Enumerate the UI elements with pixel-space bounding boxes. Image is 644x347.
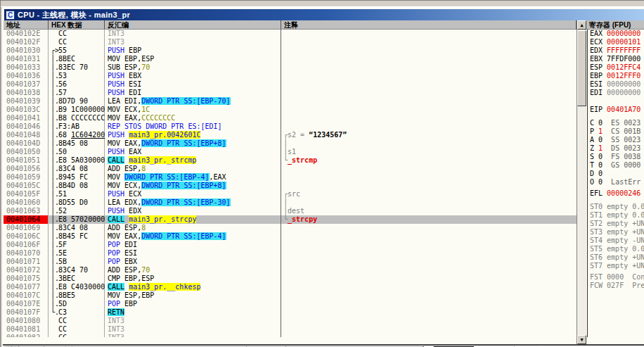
disasm-row[interactable]: 00401031│.8BECMOV EBP,ESP (4, 55, 577, 63)
register-row[interactable]: EDX FFFFFFFF (590, 46, 644, 55)
column-header-comment[interactable]: 注释 (281, 20, 577, 30)
registers-header[interactable]: 寄存器 (FPU) (586, 20, 644, 30)
disasm-row[interactable]: 00401063│.52PUSH EDX│dest (4, 207, 577, 215)
fpu-register-row[interactable]: ST6 empty +UNO (590, 253, 644, 262)
register-row[interactable]: EBP 0012FFF0 (590, 72, 644, 80)
scrollbar-thumb[interactable] (577, 30, 586, 106)
scroll-down-icon[interactable]: ▼ (577, 335, 586, 344)
flag-row[interactable]: A 0 SS 0023 3 (590, 136, 644, 144)
flag-row[interactable]: T 0 GS 0000 N (590, 161, 644, 170)
disassembly-cell: MOV EBP,ESP (105, 55, 281, 63)
fpu-register-row[interactable]: ST2 empty +UNO (590, 220, 644, 228)
flag-row[interactable]: S 0 FS 0038 3 (590, 153, 644, 161)
column-header-address[interactable]: 地址 (4, 20, 49, 30)
analysis-mark: ┌> (49, 46, 58, 55)
register-row[interactable]: EDI 00000000 (590, 89, 644, 97)
register-field: Z (590, 144, 598, 152)
disassembly-cell: PUSH EBP (105, 46, 281, 55)
fpu-register-row[interactable]: ST7 empty +UNO (590, 262, 644, 270)
register-row[interactable]: ECX 00000101 (590, 38, 644, 46)
comment-cell (281, 30, 577, 38)
disasm-row[interactable]: 0040106F│.5FPOP EDI (4, 241, 577, 249)
disasm-row[interactable]: 00401080CCINT3 (4, 317, 577, 325)
disasm-row[interactable]: 00401071│.5BPOP EBX (4, 258, 577, 266)
register-field: 7FFDF000 (607, 55, 640, 63)
disasm-row[interactable]: 00401046│.F3:ABREP STOS DWORD PTR ES:[ED… (4, 122, 577, 131)
flag-row[interactable]: Z 1 DS 0023 3 (590, 144, 644, 153)
fpu-register-row[interactable]: ST1 empty 0.0 (590, 211, 644, 220)
register-row[interactable]: ESI 00000000 (590, 80, 644, 89)
disasm-row[interactable]: 00401082CCINT3 (4, 334, 577, 337)
fpu-control-row[interactable]: FST 0000 Cond (590, 273, 644, 282)
disasm-row[interactable]: 00401059│.8945 FCMOV DWORD PTR SS:[EBP-4… (4, 173, 577, 182)
disasm-row[interactable]: 00401036│.53PUSH EBX (4, 72, 577, 80)
flag-row[interactable]: O 0 LastErr E (590, 178, 644, 187)
disasm-row[interactable]: 00401037│.56PUSH ESI (4, 80, 577, 89)
fpu-register-row[interactable]: ST4 empty -UNO (590, 236, 644, 245)
address-cell: 00401070 (4, 249, 49, 258)
disasm-row[interactable]: 0040107C│.8BE5MOV ESP,EBP (4, 291, 577, 300)
disasm-row[interactable]: 0040103C│.B9 1C000000MOV ECX,1C (4, 106, 577, 114)
fpu-register-row[interactable]: ST5 empty 0.00 (590, 245, 644, 253)
hex-bytes-cell: 8BEC (58, 55, 105, 63)
fpu-register-row[interactable]: ST0 empty 0.0 (590, 203, 644, 211)
disasm-row[interactable]: 0040102ECCINT3 (4, 30, 577, 38)
disasm-row[interactable]: 00401081CCINT3 (4, 325, 577, 334)
cpu-window-titlebar[interactable]: C CPU - 主线程, 模块 - main3_pr (4, 9, 644, 20)
disasm-row[interactable]: 00401064│.E8 57020000CALL main3_pr._strc… (4, 215, 577, 224)
disasm-row[interactable]: 00401030┌>55PUSH EBP (4, 46, 577, 55)
scroll-up-icon[interactable]: ▲ (577, 20, 586, 30)
disasm-row[interactable]: 00401048│.68 1C604200PUSH main3_pr.00426… (4, 131, 577, 139)
disassembly-cell: ADD ESP,8 (105, 165, 281, 173)
hex-bytes-cell: 50 (58, 148, 105, 156)
disasm-row[interactable]: 00401041│.B8 CCCCCCCCMOV EAX,CCCCCCCC (4, 114, 577, 122)
disasm-row[interactable]: 00401075│.3BECCMP EBP,ESP (4, 275, 577, 283)
disasm-row[interactable]: 00401051│.E8 5A030000CALL main3_pr._strc… (4, 156, 577, 165)
register-row-eip[interactable]: EIP 00401A70 m (590, 106, 644, 114)
flag-row[interactable]: P 1 CS 001B 3 (590, 127, 644, 136)
column-header-hex[interactable]: HEX 数据 (49, 20, 105, 30)
comment-cell (281, 224, 577, 232)
comment-cell (281, 258, 577, 266)
analysis-mark: │. (49, 190, 58, 198)
register-row[interactable]: EAX 00000000 (590, 30, 644, 38)
disasm-row[interactable]: 00401038│.57PUSH EDI (4, 89, 577, 97)
disasm-row[interactable]: 0040102FCCINT3 (4, 38, 577, 46)
analysis-mark: │. (49, 173, 58, 182)
register-row[interactable]: ESP 0012FFC4 (590, 63, 644, 72)
disasm-row[interactable]: 0040107E│.5DPOP EBP (4, 300, 577, 308)
disasm-row[interactable]: 00401039│.8D7D 90LEA EDI,DWORD PTR SS:[E… (4, 97, 577, 106)
disasm-row[interactable]: 00401077│.E8 C4030000CALL main3_pr.__chk… (4, 283, 577, 291)
disasm-row[interactable]: 00401060│.8D55 D0LEA EDX,DWORD PTR SS:[E… (4, 198, 577, 207)
register-field: 00000000 (607, 80, 640, 88)
disasm-row[interactable]: 0040106C│.8B45 FCMOV EAX,DWORD PTR SS:[E… (4, 232, 577, 241)
flag-row[interactable]: C 0 ES 0023 3 (590, 119, 644, 127)
comment-cell (281, 165, 577, 173)
disasm-row[interactable]: 0040104D│.8B45 08MOV EAX,DWORD PTR SS:[E… (4, 139, 577, 148)
disasm-row[interactable]: 0040105C│.8B4D 08MOV ECX,DWORD PTR SS:[E… (4, 182, 577, 190)
disasm-row[interactable]: 0040105F│.51PUSH ECX┌src (4, 190, 577, 198)
fpu-register-row[interactable]: ST3 empty +UNO (590, 228, 644, 236)
register-field: P (590, 127, 598, 135)
fpu-control-row[interactable]: FCW 027F Prec (590, 282, 644, 290)
disasm-row[interactable]: 00401069│.83C4 08ADD ESP,8 (4, 224, 577, 232)
breakpoint-address-cell: 00401064 (4, 215, 49, 224)
analysis-mark: │. (49, 224, 58, 232)
column-header-disasm[interactable]: 反汇编 (105, 20, 281, 30)
address-cell: 0040106F (4, 241, 49, 249)
hex-bytes-cell: E8 57020000 (58, 215, 105, 224)
vertical-scrollbar[interactable]: ▲ ▼ (577, 20, 586, 344)
hex-bytes-cell: 8D55 D0 (58, 198, 105, 207)
analysis-mark: │. (49, 72, 58, 80)
register-row-efl[interactable]: EFL 00000246 (590, 189, 644, 198)
disasm-row[interactable]: 00401072│.83C4 70ADD ESP,70 (4, 266, 577, 275)
cpu-window-icon: C (6, 11, 15, 20)
disasm-row[interactable]: 00401033│.83EC 70SUB ESP,70 (4, 63, 577, 72)
disasm-row[interactable]: 00401056│.83C4 08ADD ESP,8 (4, 165, 577, 173)
register-row[interactable]: EBX 7FFDF000 (590, 55, 644, 63)
disasm-row[interactable]: 00401050│.50PUSH EAX│s1 (4, 148, 577, 156)
comment-cell (281, 55, 577, 63)
disasm-row[interactable]: 00401070│.5EPOP ESI (4, 249, 577, 258)
disasm-row[interactable]: 0040107F└.C3RETN (4, 308, 577, 317)
flag-row[interactable]: D 0 (590, 170, 644, 178)
